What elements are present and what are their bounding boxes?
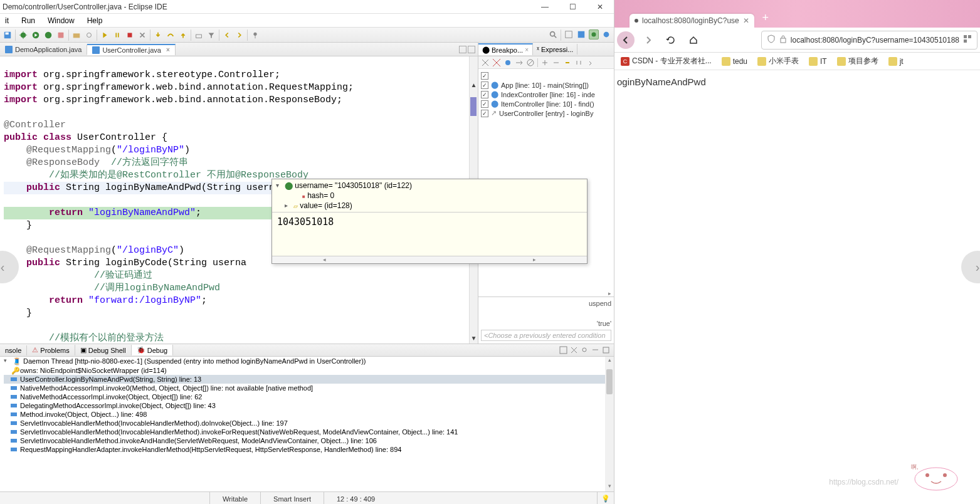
use-step-filters-icon[interactable] (206, 30, 216, 40)
shield-icon[interactable] (767, 34, 776, 45)
layout-icon[interactable] (559, 346, 567, 354)
menu-window[interactable]: Window (44, 15, 78, 26)
stack-frame[interactable]: ServletInvocableHandlerMethod(InvocableH… (4, 428, 614, 436)
external-tools-icon[interactable] (56, 30, 66, 40)
collapse-icon[interactable]: ▾ (276, 182, 279, 189)
stack-frame[interactable]: DelegatingMethodAccessorImpl.invoke(Obje… (4, 401, 614, 410)
minimize-icon[interactable] (591, 346, 599, 354)
condition-input[interactable]: <Choose a previously entered condition (481, 330, 611, 341)
maximize-icon[interactable] (602, 346, 610, 354)
reload-button[interactable] (662, 31, 680, 49)
expand-icon[interactable] (540, 58, 549, 67)
inspector-detail[interactable]: 1043051018 (272, 212, 587, 256)
tab-problems[interactable]: ⚠Problems (27, 345, 75, 355)
perspective-open-icon[interactable] (564, 29, 574, 39)
inspector-scrollbar[interactable]: ◂▸ (272, 256, 587, 263)
tip-icon[interactable]: 💡 (597, 492, 614, 504)
expand-icon[interactable]: ▸ (285, 202, 288, 209)
remove-all-icon[interactable] (492, 58, 501, 67)
new-tab-button[interactable]: + (757, 9, 774, 26)
view-menu-icon[interactable] (581, 346, 589, 354)
suspend-icon[interactable] (112, 30, 122, 40)
tab-breakpoints[interactable]: ⬤ Breakpo... × (478, 43, 533, 55)
run-last-icon[interactable] (43, 30, 53, 40)
tab-expressions[interactable]: ᵡ Expressi... (533, 44, 577, 55)
step-over-icon[interactable] (166, 30, 176, 40)
goto-file-icon[interactable] (515, 58, 524, 67)
tab-usercontroller[interactable]: UserController.java × (87, 44, 175, 55)
remove-terminated-icon[interactable] (570, 346, 578, 354)
collapse-icon[interactable] (552, 58, 561, 67)
checkbox[interactable]: ✓ (481, 81, 488, 89)
close-tab-icon[interactable]: ✕ (743, 16, 749, 25)
stack-frame[interactable]: ServletInvocableHandlerMethod.invokeAndH… (4, 436, 614, 445)
perspective-java-icon[interactable] (576, 29, 586, 39)
new-package-icon[interactable] (71, 30, 82, 40)
menu-edit[interactable]: it (1, 15, 13, 26)
maximize-view-icon[interactable] (468, 46, 475, 53)
terminate-icon[interactable] (125, 30, 135, 40)
perspective-jee-icon[interactable] (601, 29, 611, 39)
stack-frame[interactable]: NativeMethodAccessorImpl.invoke(Object, … (4, 392, 614, 401)
minimize-button[interactable]: — (531, 0, 559, 14)
tab-console[interactable]: nsole (0, 345, 27, 355)
close-button[interactable]: ✕ (586, 0, 614, 14)
link-icon[interactable] (563, 58, 572, 67)
step-into-icon[interactable] (153, 30, 163, 40)
checkbox[interactable]: ✓ (481, 100, 488, 108)
scroll-down-icon[interactable]: ▾ (470, 335, 478, 344)
stack-scrollbar[interactable]: ▴▾ (605, 357, 614, 491)
maximize-button[interactable]: ☐ (559, 0, 586, 14)
bookmark-folder[interactable]: IT (806, 56, 830, 67)
minimize-view-icon[interactable] (459, 46, 466, 53)
checkbox[interactable]: ✓ (481, 72, 488, 80)
collapse-icon[interactable]: ▾ (4, 357, 7, 364)
remove-icon[interactable] (481, 58, 490, 67)
pin-icon[interactable] (250, 30, 260, 40)
qr-icon[interactable] (963, 34, 972, 45)
bookmark-folder[interactable]: 小米手表 (755, 55, 801, 68)
tab-debug[interactable]: 🐞Debug (132, 345, 173, 355)
bookmark-folder[interactable]: 项目参考 (835, 55, 881, 68)
close-icon[interactable]: × (525, 46, 529, 53)
resume-icon[interactable] (100, 30, 110, 40)
disconnect-icon[interactable] (137, 30, 147, 40)
forward-nav-icon[interactable] (234, 30, 245, 40)
browser-tab[interactable]: localhost:8080/loginByC?use ✕ (630, 14, 754, 28)
checkbox[interactable]: ✓ (481, 110, 488, 117)
bookmark-folder[interactable]: jt (886, 56, 906, 67)
back-nav-icon[interactable] (222, 30, 232, 40)
tab-demoapp[interactable]: DemoApplication.java (0, 45, 87, 55)
drop-to-frame-icon[interactable] (194, 30, 204, 40)
debug-icon[interactable] (18, 30, 28, 40)
lock-icon[interactable] (779, 34, 787, 45)
perspective-debug-icon[interactable] (589, 29, 599, 39)
close-tab-icon[interactable]: × (166, 46, 170, 53)
menu-icon[interactable] (586, 58, 594, 67)
sort-icon[interactable] (574, 58, 583, 67)
breakpoint-item[interactable]: ✓⬤App [line: 10] - main(String[]) (481, 80, 611, 90)
open-type-icon[interactable] (84, 30, 94, 40)
run-icon[interactable] (31, 30, 41, 40)
menu-run[interactable]: Run (18, 15, 39, 26)
breakpoint-item[interactable]: ✓⬤ItemController [line: 10] - find() (481, 99, 611, 108)
address-bar[interactable]: localhost:8080/loginByC?username=1043051… (761, 31, 977, 50)
home-button[interactable] (685, 31, 702, 49)
stack-frame[interactable]: UserController.loginByNameAndPwd(String,… (4, 375, 614, 384)
owns-row[interactable]: 🔑owns: NioEndpoint$NioSocketWrapper (id=… (4, 366, 614, 375)
stack-frame[interactable]: Method.invoke(Object, Object...) line: 4… (4, 410, 614, 419)
bookmark-csdn[interactable]: CCSDN - 专业开发者社... (618, 55, 714, 68)
save-icon[interactable] (3, 30, 13, 40)
menu-help[interactable]: Help (83, 15, 107, 26)
thread-row[interactable]: ▾🧵 Daemon Thread [http-nio-8080-exec-1] … (4, 357, 614, 366)
show-breakpoints-icon[interactable] (503, 58, 512, 67)
bookmark-folder[interactable]: tedu (719, 56, 750, 67)
stack-frame[interactable]: RequestMappingHandlerAdapter.invokeHandl… (4, 445, 614, 454)
breakpoint-item[interactable]: ✓↗UserController [entry] - loginBy (481, 108, 611, 118)
step-return-icon[interactable] (178, 30, 188, 40)
overview-mark[interactable] (470, 97, 477, 116)
back-button[interactable] (617, 31, 635, 49)
checkbox[interactable]: ✓ (481, 91, 488, 98)
forward-button[interactable] (640, 31, 657, 49)
debug-stack[interactable]: ▾🧵 Daemon Thread [http-nio-8080-exec-1] … (0, 357, 614, 491)
